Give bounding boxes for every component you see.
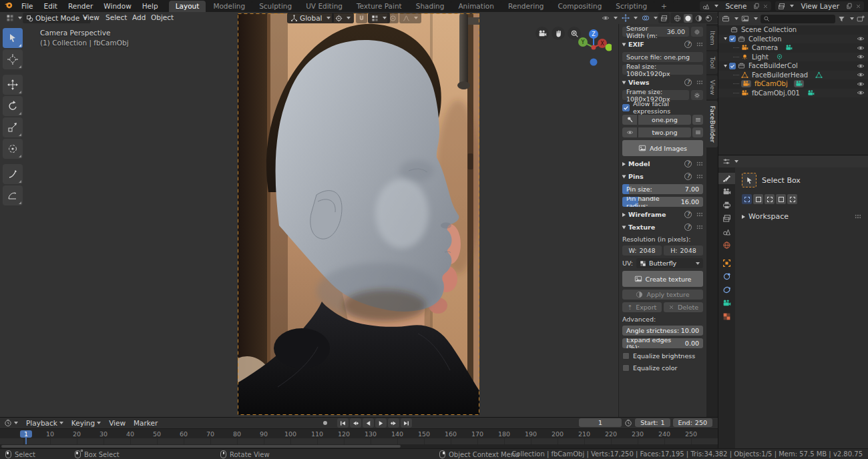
timeline-editor-selector[interactable] (4, 419, 18, 427)
gizmo-y-label[interactable]: Y (581, 39, 585, 45)
sidebar-tab-tool[interactable]: Tool (706, 51, 718, 74)
angle-strictness-slider[interactable]: Angle strictness: 10.00 (622, 326, 703, 336)
shading-solid-button[interactable] (684, 14, 692, 23)
current-frame-badge[interactable]: 1 (20, 430, 32, 438)
help-icon[interactable] (684, 211, 692, 218)
pan-view-button[interactable] (552, 27, 565, 40)
new-scene-icon[interactable] (753, 3, 760, 9)
props-tab-physics[interactable] (718, 284, 735, 296)
expand-icon[interactable] (724, 37, 727, 40)
tool-select-box[interactable] (3, 28, 23, 48)
texture-width-field[interactable]: W:2048 (622, 246, 662, 256)
viewport-menu-select[interactable]: Select (105, 13, 127, 21)
overlays-selector[interactable] (638, 13, 661, 23)
props-tab-texture[interactable] (718, 311, 735, 322)
scrollbar-handle[interactable] (1, 445, 401, 448)
keying-menu[interactable]: Keying (71, 419, 101, 427)
menu-file[interactable]: File (16, 2, 39, 10)
tab-layout[interactable]: Layout (169, 1, 206, 12)
drag-handle[interactable] (696, 212, 703, 217)
menu-render[interactable]: Render (63, 2, 98, 10)
delete-texture-button[interactable]: Delete (664, 302, 703, 312)
select-mode-subtract[interactable] (765, 194, 775, 204)
image-name[interactable]: two.png (638, 127, 691, 137)
properties-editor-icon[interactable] (722, 157, 730, 165)
sensor-width-field[interactable]: Sensor Width (m: 36.00 (622, 27, 689, 37)
prev-keyframe-button[interactable] (350, 418, 361, 428)
filter-icon[interactable] (838, 15, 845, 23)
create-texture-button[interactable]: Create texture (622, 271, 703, 287)
export-texture-button[interactable]: ⇡Export (622, 302, 662, 312)
timeline-view-menu[interactable]: View (109, 419, 126, 427)
viewport-3d[interactable]: Object Mode View Select Add Object Globa… (0, 12, 718, 417)
close-scene-icon[interactable] (763, 3, 769, 9)
image-row-one[interactable]: one.png (622, 115, 703, 125)
gizmo-x-label[interactable]: X (600, 41, 604, 47)
sidebar-tab-view[interactable]: View (706, 75, 718, 99)
image-row-two[interactable]: two.png (622, 127, 703, 137)
gizmos-selector[interactable] (618, 13, 641, 23)
tab-animation[interactable]: Animation (451, 1, 501, 12)
proportional-editing-toggle[interactable] (387, 13, 399, 23)
menu-window[interactable]: Window (98, 2, 136, 10)
record-button[interactable] (319, 418, 331, 428)
pivot-point-selector[interactable] (332, 13, 354, 23)
apply-texture-button[interactable]: Apply texture (622, 290, 703, 300)
play-reverse-button[interactable] (363, 418, 374, 428)
drag-handle[interactable] (696, 42, 703, 47)
select-mode-set[interactable] (742, 194, 752, 204)
outliner-row-scene-collection[interactable]: Scene Collection (718, 25, 868, 35)
next-keyframe-button[interactable] (388, 418, 399, 428)
outliner-row-collection[interactable]: Collection (718, 35, 868, 44)
playback-menu[interactable]: Playback (26, 419, 63, 427)
drag-handle[interactable] (696, 161, 703, 166)
allow-expressions-checkbox[interactable]: Allow facial expressions (622, 103, 703, 112)
sidebar-tab-item[interactable]: Item (706, 26, 718, 50)
eye-icon[interactable] (622, 127, 637, 137)
select-mode-invert[interactable] (776, 194, 786, 204)
help-icon[interactable] (684, 79, 692, 86)
frame-size-field[interactable]: Frame size: 1080x1920px (622, 90, 689, 100)
add-workspace-button[interactable]: + (654, 1, 674, 12)
menu-edit[interactable]: Edit (39, 2, 63, 10)
section-model[interactable]: Model (622, 159, 703, 169)
toggle-camera-view-button[interactable] (535, 27, 549, 40)
timeline-track[interactable] (0, 438, 718, 444)
tab-compositing[interactable]: Compositing (552, 1, 609, 12)
drag-handle[interactable] (696, 225, 703, 230)
sensor-auto-button[interactable] (691, 27, 703, 37)
section-pins[interactable]: Pins (622, 171, 703, 181)
xray-toggle[interactable] (658, 13, 670, 23)
drag-handle[interactable] (696, 174, 703, 179)
outliner-row-light[interactable]: Light (718, 53, 868, 62)
pin-size-slider[interactable]: Pin size: 7.00 (622, 184, 703, 194)
props-tab-constraints[interactable] (718, 271, 735, 282)
snap-toggle[interactable] (356, 13, 367, 23)
timeline-marker-menu[interactable]: Marker (134, 419, 158, 427)
frame-start-field[interactable]: Start:1 (635, 418, 670, 427)
auto-keyframe-clock-icon[interactable] (624, 419, 632, 427)
select-mode-extend[interactable] (753, 194, 763, 204)
equalize-brightness-checkbox[interactable]: Equalize brightness (622, 351, 703, 360)
tab-texture-paint[interactable]: Texture Paint (350, 1, 409, 12)
timeline-ruler[interactable]: 1 10203040506070809010011012013014015016… (0, 428, 718, 438)
view-layer-selector[interactable]: View Layer (775, 1, 864, 11)
workspace-panel-header[interactable]: Workspace (742, 212, 861, 221)
frame-end-field[interactable]: End:250 (673, 418, 712, 427)
outliner-row-facebuilderhead[interactable]: FaceBuilderHead (718, 71, 868, 80)
outliner-row-camera[interactable]: Camera (718, 43, 868, 53)
frame-size-auto-button[interactable] (691, 90, 703, 100)
gizmo-z-label[interactable]: Z (592, 31, 596, 37)
menu-help[interactable]: Help (137, 2, 164, 10)
tool-move[interactable] (3, 75, 23, 95)
shading-rendered-icon[interactable] (705, 15, 712, 22)
texture-height-field[interactable]: H:2048 (664, 246, 703, 256)
transform-orientation-selector[interactable]: Global (287, 13, 334, 23)
section-wireframe[interactable]: Wireframe (622, 209, 703, 219)
tool-scale[interactable] (3, 117, 23, 137)
help-icon[interactable] (684, 160, 692, 167)
props-tab-object[interactable] (718, 258, 735, 269)
outliner-row-fbcamobj[interactable]: fbCamObj (718, 79, 868, 89)
remove-view-layer-icon[interactable] (855, 3, 861, 9)
gizmo-minus-z-ball[interactable] (590, 59, 598, 66)
